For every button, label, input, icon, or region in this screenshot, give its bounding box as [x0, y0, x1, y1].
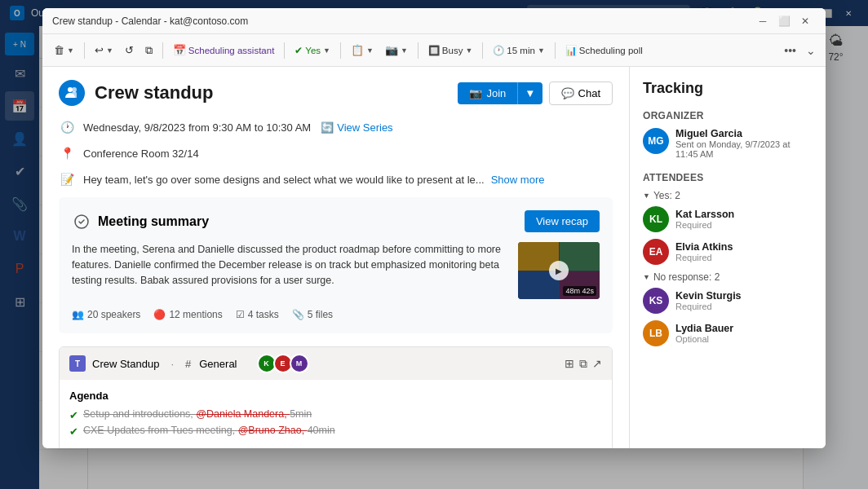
event-datetime: Wednesday, 9/8/2023 from 9:30 AM to 10:3…	[83, 121, 311, 134]
agenda-item-1: ✔ Setup and introductions, @Daniela Mand…	[69, 408, 602, 421]
yes-count: Yes: 2	[653, 190, 680, 201]
summary-icon	[72, 212, 91, 231]
copy-button[interactable]: ⧉	[140, 39, 157, 62]
delete-button[interactable]: 🗑 ▼	[49, 39, 79, 62]
more-button[interactable]: •••	[779, 44, 801, 57]
lydia-info: Lydia Bauer Optional	[675, 323, 813, 344]
undo-button[interactable]: ↩ ▼	[90, 39, 118, 62]
busy-button[interactable]: 🔲 Busy ▼	[423, 39, 478, 62]
organizer-section-title: Organizer	[643, 110, 813, 121]
files-value: 5 files	[308, 309, 333, 320]
event-icon	[59, 80, 85, 106]
reminder-button[interactable]: 🕐 15 min ▼	[488, 39, 549, 62]
speakers-value: 20 speakers	[87, 309, 140, 320]
busy-icon: 🔲	[428, 45, 440, 56]
event-body: Hey team, let's go over some designs and…	[83, 174, 485, 186]
mentions-value: 12 mentions	[169, 309, 222, 320]
undo-all-button[interactable]: ↺	[120, 39, 139, 62]
tasks-icon: ☑	[236, 309, 245, 320]
join-button[interactable]: 📷 Join	[458, 82, 517, 104]
attendee-row-kat: KL Kat Larsson Required	[643, 206, 813, 232]
agenda-item-1-text: Setup and introductions, @Daniela Mander…	[83, 408, 312, 420]
organizer-info: Miguel Garcia Sent on Monday, 9/7/2023 a…	[675, 128, 813, 159]
undo-all-icon: ↺	[125, 44, 134, 56]
refresh-icon: 🔄	[321, 121, 334, 134]
teams-header: T Crew Standup · # General K E M	[60, 347, 612, 380]
expand-button[interactable]: ⌄	[803, 44, 819, 57]
organizer-sent: Sent on Monday, 9/7/2023 at 11:45 AM	[675, 139, 813, 159]
toolbar-divider-3	[284, 42, 285, 59]
share-icon[interactable]: ↗	[592, 357, 602, 371]
modal-close-button[interactable]: ✕	[795, 11, 816, 32]
busy-label: Busy	[442, 46, 463, 55]
summary-header: Meeting summary View recap	[72, 210, 600, 232]
calendar-icon: 📅	[173, 44, 186, 56]
toolbar-divider-1	[84, 42, 85, 59]
agenda-item-2-text: CXE Updates from Tues meeting, @Bruno Zh…	[83, 425, 335, 436]
speakers-stat: 👥 20 speakers	[72, 309, 140, 320]
chat-button[interactable]: 💬 Chat	[549, 82, 613, 105]
organizer-name: Miguel Garcia	[675, 128, 813, 139]
toolbar-divider-5	[418, 42, 418, 59]
modal-overlay: Crew standup - Calendar - kat@contoso.co…	[0, 0, 868, 489]
response-icon: 📋	[351, 44, 364, 56]
video-button[interactable]: 📷 ▼	[380, 39, 413, 62]
scheduling-assistant-button[interactable]: 📅 Scheduling assistant	[168, 39, 279, 62]
modal-minimize-button[interactable]: ─	[752, 11, 773, 32]
organizer-row: MG Miguel Garcia Sent on Monday, 9/7/202…	[643, 128, 813, 159]
undo-chevron: ▼	[106, 46, 113, 55]
video-duration: 48m 42s	[563, 286, 596, 296]
attendees-section: Attendees ▼ Yes: 2 KL Kat Larsson Requir…	[643, 172, 813, 346]
response-options-button[interactable]: 📋 ▼	[346, 39, 379, 62]
copy-link-icon[interactable]: ⧉	[579, 357, 587, 371]
body-row: 📝 Hey team, let's go over some designs a…	[59, 171, 613, 187]
tracking-panel: Tracking Organizer MG Miguel Garcia Sent…	[630, 67, 826, 448]
scheduling-poll-button[interactable]: 📊 Scheduling poll	[560, 39, 648, 62]
location-row: 📍 Conference Room 32/14	[59, 145, 613, 161]
teams-actions: ⊞ ⧉ ↗	[565, 357, 602, 371]
tasks-stat: ☑ 4 tasks	[236, 309, 279, 320]
trash-icon: 🗑	[54, 44, 64, 56]
summary-title: Meeting summary	[98, 214, 525, 229]
meeting-summary: Meeting summary View recap In the meetin…	[59, 197, 613, 333]
lydia-type: Optional	[675, 334, 813, 344]
scheduling-assistant-label: Scheduling assistant	[188, 46, 274, 55]
video-chevron: ▼	[401, 46, 408, 55]
tracking-title: Tracking	[643, 80, 813, 97]
yes-button[interactable]: ✔ Yes ▼	[290, 39, 335, 62]
channel-name: General	[199, 358, 237, 370]
event-modal: Crew standup - Calendar - kat@contoso.co…	[42, 8, 826, 448]
join-dropdown-button[interactable]: ▼	[517, 82, 542, 104]
summary-content: In the meeting, Serena and Danielle disc…	[72, 242, 600, 299]
teams-separator: ·	[170, 358, 174, 370]
modal-main: Crew standup 📷 Join ▼ 💬 Chat	[42, 67, 630, 448]
modal-body: Crew standup 📷 Join ▼ 💬 Chat	[42, 67, 826, 448]
video-play-button[interactable]: ▶	[549, 261, 569, 280]
kat-info: Kat Larsson Required	[675, 209, 813, 230]
grid-icon[interactable]: ⊞	[565, 357, 574, 371]
yes-chevron: ▼	[323, 46, 330, 55]
clock-icon: 🕐	[493, 45, 504, 56]
busy-chevron: ▼	[465, 46, 472, 55]
toolbar-divider-2	[162, 42, 163, 59]
reminder-label: 15 min	[507, 46, 535, 55]
location-icon: 📍	[59, 145, 75, 161]
view-series-link[interactable]: 🔄 View Series	[321, 121, 392, 134]
copy-icon: ⧉	[145, 44, 153, 57]
attendee-row-lydia: LB Lydia Bauer Optional	[643, 320, 813, 346]
checkmark-icon: ✔	[294, 45, 303, 56]
view-recap-button[interactable]: View recap	[525, 210, 600, 232]
modal-restore-button[interactable]: ⬜	[773, 11, 795, 32]
chat-label: Chat	[578, 87, 600, 99]
reminder-chevron: ▼	[538, 46, 545, 55]
elvia-info: Elvia Atkins Required	[675, 241, 813, 262]
camera-icon: 📷	[469, 87, 482, 99]
attendee-row-kevin: KS Kevin Sturgis Required	[643, 288, 813, 314]
attendee-row-elvia: EA Elvia Atkins Required	[643, 239, 813, 265]
mentions-icon: 🔴	[153, 309, 166, 320]
modal-title: Crew standup - Calendar - kat@contoso.co…	[52, 15, 752, 27]
no-response-header: ▼ No response: 2	[643, 271, 813, 283]
summary-video[interactable]: ▶ 48m 42s	[518, 242, 600, 299]
show-more-link[interactable]: Show more	[491, 174, 545, 186]
modal-titlebar: Crew standup - Calendar - kat@contoso.co…	[42, 8, 826, 34]
